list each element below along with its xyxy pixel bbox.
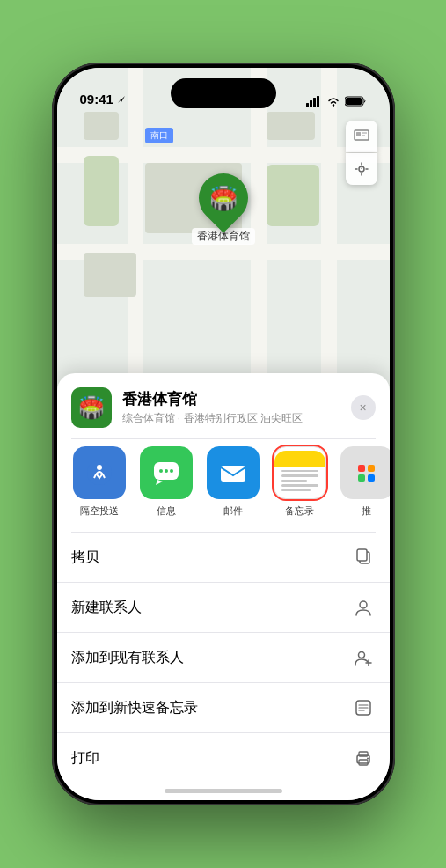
venue-info: 香港体育馆 综合体育馆 · 香港特别行政区 油尖旺区: [122, 389, 340, 426]
svg-rect-6: [346, 98, 362, 105]
message-icon: [150, 457, 182, 489]
add-existing-icon: [351, 645, 376, 670]
signal-icon: [306, 96, 322, 107]
bottom-sheet: 🏟️ 香港体育馆 综合体育馆 · 香港特别行政区 油尖旺区 ×: [57, 373, 390, 800]
status-icons: [306, 96, 367, 107]
share-item-airdrop[interactable]: 隔空投送: [71, 446, 128, 518]
add-notes-icon: [351, 695, 376, 720]
dynamic-island: [171, 78, 276, 108]
svg-rect-30: [359, 760, 368, 765]
message-icon-wrap: [140, 446, 193, 499]
action-add-existing[interactable]: 添加到现有联系人: [57, 633, 390, 683]
new-contact-icon: [351, 595, 376, 620]
phone-frame: 09:41: [52, 63, 395, 805]
location-arrow-icon: [116, 94, 127, 105]
airdrop-icon-wrap: [73, 446, 126, 499]
svg-point-11: [359, 166, 364, 172]
share-item-notes[interactable]: 备忘录: [272, 446, 328, 518]
action-add-notes[interactable]: 添加到新快速备忘录: [57, 683, 390, 733]
new-contact-label: 新建联系人: [71, 599, 142, 617]
share-item-message[interactable]: 信息: [138, 446, 194, 518]
svg-point-15: [159, 469, 163, 473]
pin-icon: 🏟️: [209, 185, 238, 212]
location-button[interactable]: [346, 153, 377, 185]
svg-point-4: [332, 104, 333, 106]
svg-rect-2: [313, 98, 316, 107]
mail-icon: [217, 457, 249, 489]
svg-rect-0: [306, 103, 309, 107]
note-icon-svg: [354, 698, 373, 717]
svg-point-16: [165, 469, 168, 473]
mail-icon-wrap: [207, 446, 260, 499]
map-layers-icon: [353, 128, 370, 145]
pin-circle: 🏟️: [188, 163, 258, 232]
action-new-contact[interactable]: 新建联系人: [57, 583, 390, 633]
svg-rect-1: [310, 100, 312, 107]
action-print[interactable]: 打印: [57, 733, 390, 783]
add-existing-label: 添加到现有联系人: [71, 649, 184, 667]
svg-rect-10: [362, 135, 365, 136]
compass-icon: [353, 160, 370, 178]
print-icon: [351, 746, 376, 770]
map-type-button[interactable]: [346, 121, 377, 152]
status-time: 09:41: [80, 92, 127, 107]
svg-point-22: [358, 652, 364, 658]
sheet-header: 🏟️ 香港体育馆 综合体育馆 · 香港特别行政区 油尖旺区 ×: [57, 373, 390, 438]
copy-icon: [351, 545, 376, 570]
svg-rect-20: [357, 549, 367, 561]
svg-rect-9: [362, 132, 367, 134]
wifi-icon: [326, 96, 340, 107]
share-item-more[interactable]: 推: [339, 446, 390, 518]
person-icon-svg: [354, 598, 373, 617]
person-add-icon-svg: [354, 648, 373, 667]
airdrop-label: 隔空投送: [80, 504, 119, 518]
svg-rect-3: [317, 96, 319, 107]
venue-icon: 🏟️: [71, 387, 112, 428]
svg-point-17: [170, 469, 173, 473]
road-label-text: 南口: [150, 130, 168, 140]
mail-label: 邮件: [223, 504, 243, 518]
notes-label: 备忘录: [285, 504, 314, 518]
action-copy[interactable]: 拷贝: [57, 533, 390, 583]
road-label: 南口: [145, 128, 173, 143]
battery-icon: [345, 96, 367, 107]
airdrop-icon: [85, 459, 113, 487]
phone-screen: 09:41: [57, 68, 390, 800]
close-button[interactable]: ×: [351, 395, 376, 420]
svg-point-21: [360, 601, 367, 608]
home-indicator: [165, 789, 282, 793]
map-controls: [346, 121, 377, 185]
share-row: 隔空投送 信息: [57, 439, 390, 532]
venue-subtitle: 综合体育馆 · 香港特别行政区 油尖旺区: [122, 411, 340, 426]
notes-icon-wrap: [274, 446, 326, 499]
printer-icon-svg: [354, 748, 373, 768]
venue-name: 香港体育馆: [122, 389, 340, 409]
copy-icon-svg: [354, 548, 373, 567]
copy-label: 拷贝: [71, 548, 99, 567]
svg-rect-8: [356, 132, 361, 136]
svg-point-32: [367, 758, 369, 760]
svg-rect-18: [221, 466, 245, 482]
more-label: 推: [362, 504, 371, 518]
location-pin: 🏟️ 香港体育馆: [192, 173, 255, 245]
share-item-mail[interactable]: 邮件: [205, 446, 261, 518]
more-icon-wrap: [340, 446, 390, 499]
add-notes-label: 添加到新快速备忘录: [71, 699, 198, 717]
svg-point-13: [97, 465, 102, 470]
print-label: 打印: [71, 749, 99, 768]
clock: 09:41: [80, 92, 113, 107]
message-label: 信息: [157, 504, 176, 518]
